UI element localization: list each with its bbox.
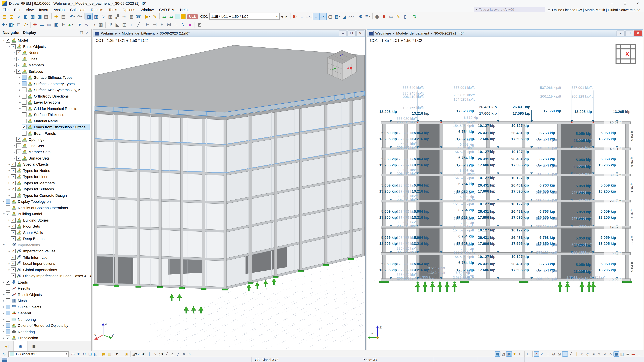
tree-checkbox[interactable]	[11, 218, 16, 223]
tree-item-display-imperfections-in-load-cases-combi[interactable]: Display Imperfections in Load Cases & Co…	[0, 273, 91, 279]
tb1-values-off[interactable]: X.XX	[348, 13, 355, 20]
tree-item-loads-from-distribution-surface[interactable]: Loads from Distribution Surface	[0, 124, 91, 130]
tree-checkbox[interactable]	[6, 305, 10, 309]
tb1-result-tables[interactable]: ▦▾	[334, 13, 340, 20]
tree-expander-icon[interactable]: ▸	[2, 293, 6, 296]
load-combination-combo[interactable]: 1.35 * LC1 + 1.50 * LC2▾	[209, 13, 280, 20]
tree-item-material-name[interactable]: Material Name	[0, 118, 91, 124]
tree-item-openings[interactable]: Openings	[0, 136, 91, 143]
tb2-member-hinge[interactable]: ⊦	[158, 21, 165, 28]
tree-checkbox[interactable]	[22, 112, 26, 117]
color-swatch-cyan[interactable]	[175, 14, 180, 19]
tb2-wedge[interactable]: ◣	[114, 21, 121, 28]
tree-expander-icon[interactable]: ▾	[8, 45, 11, 48]
tree-item-mesh[interactable]: ▸Mesh	[0, 298, 91, 304]
tree-item-line-sets[interactable]: ▸Line Sets	[0, 143, 91, 149]
tb1-clip-box[interactable]: ▯	[402, 13, 409, 20]
tb1-console[interactable]: ▞	[114, 13, 121, 20]
bb-num-26[interactable]: 2|6▾	[138, 351, 144, 357]
tb1-edit[interactable]: ✎	[394, 13, 402, 20]
bb-snap-square[interactable]: □	[545, 351, 551, 357]
tree-item-results[interactable]: Results	[0, 285, 91, 292]
tb2-new-section[interactable]: I▾	[60, 21, 67, 28]
tree-item-numbering[interactable]: ▸123Numbering	[0, 316, 91, 323]
tree-item-types-for-members[interactable]: ▸Types for Members	[0, 180, 91, 186]
viewport-3d-canvas[interactable]: -Z-Y+Xzxy	[93, 37, 365, 350]
tree-checkbox[interactable]	[6, 199, 10, 204]
tb2-solid-gray[interactable]: □	[15, 21, 22, 28]
tree-checkbox[interactable]	[6, 323, 10, 328]
tree-checkbox[interactable]	[11, 274, 16, 278]
tb1-values-xx[interactable]: X.XX	[320, 13, 326, 20]
tree-expander-icon[interactable]: ▾	[2, 244, 6, 247]
tb2-new-member[interactable]: ▬	[38, 21, 46, 28]
menu-item-insert[interactable]: Insert	[36, 7, 51, 12]
bb-parallel[interactable]: ∥	[147, 351, 152, 357]
coordinate-system-icon[interactable]: ⊕	[1, 351, 7, 357]
tb1-result-table[interactable]: ▦	[128, 13, 135, 20]
viewport-close-button[interactable]: ✕	[634, 30, 642, 36]
tree-expander-icon[interactable]: ▸	[8, 169, 11, 172]
bb-red-bar[interactable]: ▬	[630, 351, 636, 357]
tree-checkbox[interactable]	[6, 330, 10, 334]
tree-checkbox[interactable]	[16, 156, 21, 161]
bb-snap-par[interactable]: ∥	[574, 351, 579, 357]
tree-item-orthotropy-directions[interactable]: ▸Orthotropy Directions	[0, 93, 91, 99]
bb-measure[interactable]: ◢▾	[132, 351, 138, 357]
tree-checkbox[interactable]	[16, 50, 21, 55]
previous-combination-button[interactable]: ◀	[280, 13, 284, 19]
tb1-delete-results[interactable]: ✖▾	[291, 13, 298, 20]
tb2-filter[interactable]: ▼	[76, 21, 83, 28]
tb2-divide[interactable]: ╲	[180, 21, 186, 28]
tree-expander-icon[interactable]: ▾	[13, 70, 16, 73]
tb1-table-view[interactable]: ▦	[107, 13, 114, 20]
tb1-pan[interactable]: ◉	[374, 13, 380, 20]
bb-snap-n2[interactable]: »	[596, 351, 602, 357]
tb1-zoom-box[interactable]: ▭	[388, 13, 394, 20]
tree-checkbox[interactable]	[6, 292, 10, 297]
tree-item-beam-panels[interactable]: Beam Panels	[0, 130, 91, 136]
tree-item-grid-for-numerical-results[interactable]: ▸Grid for Numerical Results	[0, 105, 91, 112]
bb-snap-n3[interactable]: «	[602, 351, 608, 357]
tb1-load-values[interactable]: X.XX	[306, 13, 312, 20]
bb-snap-ortho[interactable]: ∟	[562, 351, 568, 357]
next-combination-button[interactable]: ▶	[284, 13, 289, 19]
tb1-axes-toggle[interactable]: ⇅	[411, 13, 418, 20]
tb1-open-file[interactable]: ◱	[8, 13, 15, 20]
tree-checkbox[interactable]	[11, 249, 16, 254]
viewport-close-button[interactable]: ✕	[356, 30, 364, 36]
tree-item-building-stories[interactable]: ▸Building Stories	[0, 217, 91, 223]
tb1-calculation[interactable]: ≣▾	[364, 13, 371, 20]
menu-item-assign[interactable]: Assign	[51, 7, 68, 12]
tree-item-local-imperfections[interactable]: ▸Local Imperfections	[0, 260, 91, 267]
tree-expander-icon[interactable]: ▸	[18, 101, 22, 104]
tb1-navigator-toggle[interactable]: ◨	[86, 13, 92, 20]
bb-anchor[interactable]: ⊥	[636, 351, 642, 357]
tree-item-loads[interactable]: ▸Loads	[0, 279, 91, 285]
tb2-speaker[interactable]: ◫	[121, 21, 128, 28]
tb2-insert-line[interactable]: ╱▾	[22, 21, 29, 28]
tb2-corner-tool[interactable]: ◩	[196, 21, 203, 28]
tb2-slash[interactable]: ╱	[135, 21, 142, 28]
tree-checkbox[interactable]	[16, 57, 21, 61]
tb2-arrow-up[interactable]: ↑	[128, 21, 135, 28]
tb1-zoom-clear[interactable]: ✖	[380, 13, 388, 20]
tree-item-floor-sets[interactable]: ▸Floor Sets	[0, 223, 91, 229]
tree-checkbox[interactable]	[22, 75, 26, 80]
menu-item-options[interactable]: Options	[120, 7, 138, 12]
tree-item-global-imperfections[interactable]: ▸Global Imperfections	[0, 267, 91, 273]
tree-checkbox[interactable]	[6, 286, 10, 291]
color-swatch-amber[interactable]	[181, 14, 186, 19]
tree-expander-icon[interactable]: ▸	[8, 163, 11, 166]
tree-item-types-for-concrete-design[interactable]: ▸Types for Concrete Design	[0, 192, 91, 198]
navigator-header[interactable]: Navigator - Display ❐✕	[0, 29, 91, 36]
tree-checkbox[interactable]	[16, 143, 21, 148]
tree-checkbox[interactable]	[16, 63, 21, 67]
tree-expander-icon[interactable]: ▸	[2, 330, 6, 333]
bb-snap-star[interactable]: ✚	[512, 351, 518, 357]
bb-snap-box-x[interactable]: ⊠	[556, 351, 562, 357]
tree-checkbox[interactable]	[11, 268, 16, 272]
tree-expander-icon[interactable]: ▸	[13, 157, 16, 160]
tree-checkbox[interactable]	[11, 181, 16, 185]
viewport-minimize-button[interactable]: –	[616, 30, 624, 36]
